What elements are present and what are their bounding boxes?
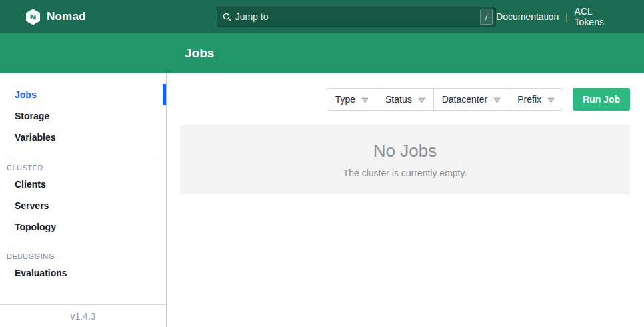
status-filter-dropdown[interactable]: Status [377,89,433,110]
run-job-button[interactable]: Run Job [573,88,630,111]
empty-state-title: No Jobs [373,141,437,161]
filter-label: Datacenter [442,94,487,105]
acl-tokens-link[interactable]: ACL Tokens [575,6,624,27]
filter-label: Type [335,94,355,105]
sidebar-item-clients[interactable]: Clients [0,174,166,195]
version-label: v1.4.3 [70,311,95,322]
nomad-logo-icon [25,9,41,25]
sidebar-item-label: Evaluations [15,268,67,278]
sidebar-item-topology[interactable]: Topology [0,216,166,238]
nomad-brand[interactable]: Nomad [25,9,86,25]
sidebar-section-cluster: CLUSTER [7,164,166,172]
sidebar-item-storage[interactable]: Storage [0,105,166,127]
brand-name: Nomad [47,10,86,23]
filter-label: Status [385,94,412,105]
navbar-links: Documentation | ACL Tokens [496,6,624,27]
filter-label: Prefix [517,94,541,105]
chevron-down-icon [361,95,369,105]
sidebar-item-label: Topology [15,222,56,232]
link-separator: | [565,12,567,22]
sidebar-item-label: Servers [15,200,49,211]
sidebar-item-evaluations[interactable]: Evaluations [0,262,166,284]
sidebar-item-label: Storage [15,111,49,121]
chevron-down-icon [418,95,425,105]
search-icon [223,13,231,21]
type-filter-dropdown[interactable]: Type [327,89,377,110]
sidebar-item-variables[interactable]: Variables [0,127,166,148]
sidebar-item-servers[interactable]: Servers [0,195,166,216]
main-content: Type Status Datacenter [167,73,644,327]
jobs-toolbar: Type Status Datacenter [180,88,630,111]
search-input[interactable] [235,11,477,22]
empty-state: No Jobs The cluster is currently empty. [180,125,630,194]
sidebar: Jobs Storage Variables CLUSTER Clients S… [0,73,167,327]
sidebar-section-debugging: DEBUGGING [7,252,166,260]
datacenter-filter-dropdown[interactable]: Datacenter [433,89,509,110]
chevron-down-icon [493,95,501,105]
sidebar-item-label: Variables [15,132,56,143]
filter-group: Type Status Datacenter [327,88,563,111]
empty-state-message: The cluster is currently empty. [343,168,467,178]
top-navbar: Nomad / Documentation | ACL Tokens [0,0,644,33]
jump-to-search[interactable]: / [217,7,496,27]
page-header: Jobs [0,33,644,73]
sidebar-item-label: Jobs [15,89,37,100]
sidebar-divider [7,246,159,246]
active-indicator [163,84,166,105]
sidebar-item-label: Clients [15,179,46,190]
sidebar-footer: v1.4.3 [0,304,166,327]
sidebar-divider [7,157,159,157]
prefix-filter-dropdown[interactable]: Prefix [509,89,563,110]
keyboard-shortcut-badge: / [480,9,493,25]
sidebar-item-jobs[interactable]: Jobs [0,84,166,105]
page-title: Jobs [185,46,214,61]
documentation-link[interactable]: Documentation [496,11,559,22]
chevron-down-icon [547,95,555,105]
